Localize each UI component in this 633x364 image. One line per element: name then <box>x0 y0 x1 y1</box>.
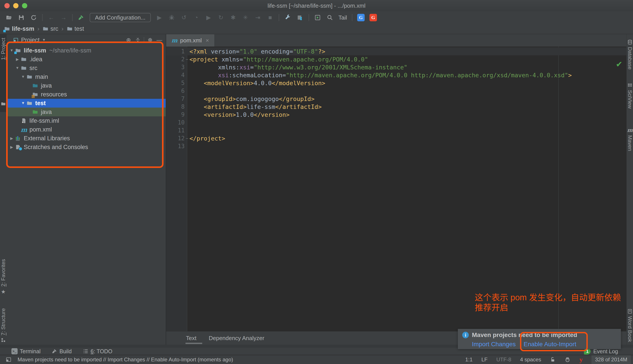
breadcrumb: life-ssm › src › test <box>0 24 633 34</box>
rerun-icon[interactable]: ↻ <box>217 14 225 21</box>
indent-setting[interactable]: 4 spaces <box>520 356 541 363</box>
tool-tab-wordbook[interactable]: Word Book <box>627 306 633 348</box>
tool-tab-maven[interactable]: m Maven <box>627 125 633 156</box>
toolbar-divider <box>309 14 309 21</box>
save-icon[interactable] <box>18 14 25 21</box>
chevron-expanded-icon[interactable]: ▼ <box>14 66 21 70</box>
chevron-collapsed-icon[interactable]: ▶ <box>14 57 21 62</box>
tool-tab-favorites[interactable]: 2: Favorites ★ <box>0 259 7 307</box>
chevron-collapsed-icon[interactable]: ▶ <box>8 136 15 141</box>
breadcrumb-item-src[interactable]: src <box>42 26 58 32</box>
project-path: ~/share/life-ssm <box>49 47 91 54</box>
open-icon[interactable] <box>5 14 13 21</box>
stop-icon[interactable]: ■ <box>266 14 274 21</box>
caret-position[interactable]: 1:1 <box>465 356 473 363</box>
code-line-1: 1<?xml version="1.0" encoding="UTF-8"?> <box>166 48 626 55</box>
attach-debugger-icon[interactable]: ✳ <box>242 14 249 21</box>
gear-icon[interactable] <box>147 37 153 43</box>
tool-tab-project[interactable]: 1: Project <box>0 34 7 112</box>
maven-icon: m <box>627 127 632 133</box>
attach-icon[interactable]: ✱ <box>230 14 237 21</box>
tree-item-resources[interactable]: resources <box>7 90 166 99</box>
status-bar: Maven projects need to be imported // Im… <box>0 355 633 364</box>
code-line-4: 4 xsi:schemaLocation="http://maven.apach… <box>166 71 626 79</box>
project-structure-icon[interactable] <box>296 14 304 21</box>
editor-tab-pom-xml[interactable]: m pom.xml × <box>166 34 214 46</box>
tree-item-main-java[interactable]: java <box>7 81 166 90</box>
chevron-expanded-icon[interactable]: ▼ <box>20 75 26 79</box>
profiler-icon[interactable]: ◔ <box>192 14 200 21</box>
tree-item-test-java[interactable]: java <box>7 108 166 116</box>
tool-tab-todo[interactable]: 6: TODO <box>83 348 112 354</box>
tree-item-project-root[interactable]: ▼ life-ssm ~/share/life-ssm <box>7 46 166 55</box>
folder-icon <box>26 100 33 106</box>
enable-auto-import-link[interactable]: Enable Auto-Import <box>524 341 576 348</box>
search-everywhere-icon[interactable] <box>326 14 334 21</box>
breadcrumb-item-project[interactable]: life-ssm <box>4 26 34 32</box>
maven-import-notification: i Maven projects need to be imported Imp… <box>458 329 621 349</box>
run-alt-icon[interactable]: ▶ <box>205 14 212 21</box>
import-changes-link[interactable]: Import Changes <box>472 341 516 348</box>
maven-file-icon: m <box>21 127 27 132</box>
project-folder-icon <box>15 48 22 53</box>
toolwindow-toggle-icon[interactable] <box>6 357 12 362</box>
tree-item-scratches[interactable]: ▶ Scratches and Consoles <box>7 143 166 152</box>
skip-icon[interactable]: ⇥ <box>254 14 262 21</box>
tool-tab-database[interactable]: Database <box>627 37 633 84</box>
back-icon[interactable]: ← <box>48 14 55 21</box>
inspections-ok-icon[interactable]: ✔ <box>616 60 622 69</box>
chevron-expanded-icon[interactable]: ▼ <box>8 48 15 53</box>
hide-panel-icon[interactable]: — <box>156 37 163 43</box>
hammer-icon <box>52 349 57 354</box>
locate-file-icon[interactable]: ⊕ <box>125 37 132 43</box>
tab-dependency-analyzer[interactable]: Dependency Analyzer <box>209 335 264 342</box>
collapse-all-icon[interactable] <box>134 37 141 43</box>
folder-icon <box>26 74 33 80</box>
project-panel-title[interactable]: Project <box>21 37 40 44</box>
tool-tab-terminal[interactable]: >_ Terminal <box>12 348 41 354</box>
tree-item-external-libraries[interactable]: ▶ External Libraries <box>7 134 166 143</box>
coverage-icon[interactable]: ↺ <box>180 14 188 21</box>
unlock-icon[interactable] <box>550 357 556 362</box>
forward-icon[interactable]: → <box>60 14 67 21</box>
line-separator[interactable]: LF <box>481 356 488 363</box>
tree-item-test[interactable]: ▼ test <box>7 99 166 108</box>
wrench-icon[interactable] <box>284 14 291 21</box>
folder-icon <box>21 56 27 62</box>
code-lines: 1<?xml version="1.0" encoding="UTF-8"?>2… <box>166 46 626 150</box>
run-anything-icon[interactable] <box>314 14 321 21</box>
code-line-7: 7 <groupId>com.iogogogo</groupId> <box>166 95 626 103</box>
code-editor-area[interactable]: 1<?xml version="1.0" encoding="UTF-8"?>2… <box>166 46 626 331</box>
tree-item-src[interactable]: ▼ src <box>7 64 166 72</box>
build-hammer-icon[interactable] <box>77 14 85 21</box>
file-encoding[interactable]: UTF-8 <box>496 356 511 363</box>
tree-item-pom-xml[interactable]: m pom.xml <box>7 125 166 134</box>
tree-item-iml-file[interactable]: life-ssm.iml <box>7 116 166 125</box>
translate-blue-icon[interactable]: G <box>357 14 365 21</box>
translate-red-icon[interactable]: G <box>369 14 377 21</box>
tree-item-main[interactable]: ▼ main <box>7 72 166 81</box>
list-icon <box>83 349 88 354</box>
status-message[interactable]: Maven projects need to be imported // Im… <box>18 356 233 363</box>
module-file-icon <box>21 118 27 124</box>
add-configuration-button[interactable]: Add Configuration... <box>90 13 151 22</box>
title-bar: life-ssm [~/share/life-ssm] - .../pom.xm… <box>0 0 633 12</box>
translator-plugin-icon[interactable]: y <box>579 356 583 363</box>
inspection-profile-icon[interactable] <box>564 356 571 363</box>
breadcrumb-item-test[interactable]: test <box>67 26 84 32</box>
tool-tab-sciview[interactable]: SciView <box>627 80 633 118</box>
sync-icon[interactable] <box>30 14 37 21</box>
code-line-13: 13 <box>166 142 626 150</box>
chevron-down-icon[interactable]: ▼ <box>42 38 46 42</box>
chevron-collapsed-icon[interactable]: ▶ <box>8 145 15 150</box>
tree-item-idea[interactable]: ▶ .idea <box>7 55 166 64</box>
maven-file-icon: m <box>171 38 178 43</box>
memory-indicator[interactable]: 328 of 2014M <box>591 355 631 364</box>
tab-text[interactable]: Text <box>186 335 196 342</box>
tool-tab-build[interactable]: Build <box>52 348 72 354</box>
run-icon[interactable]: ▶ <box>156 14 163 21</box>
tail-button[interactable]: Tail <box>338 14 347 21</box>
chevron-expanded-icon[interactable]: ▼ <box>20 101 26 106</box>
debug-icon[interactable] <box>168 14 175 21</box>
close-icon[interactable]: × <box>206 37 209 44</box>
